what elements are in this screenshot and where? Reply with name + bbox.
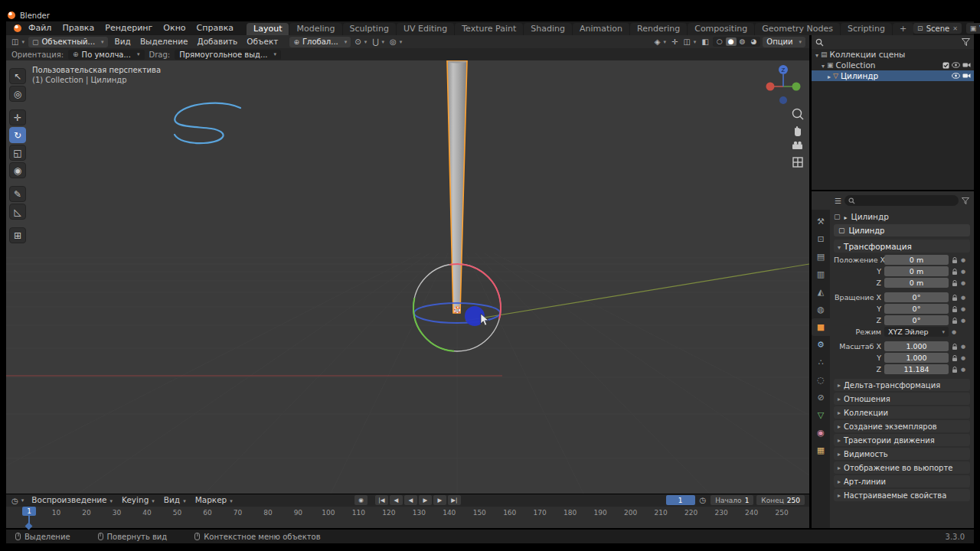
properties-tab[interactable]: ▥ bbox=[812, 266, 830, 283]
properties-tab[interactable]: ◌ bbox=[812, 371, 830, 389]
panel-section-header[interactable]: Отображение во вьюпорте bbox=[834, 461, 970, 474]
workspace-tab[interactable]: Geometry Nodes bbox=[755, 23, 840, 35]
proportional-edit-button[interactable]: ◎ bbox=[388, 37, 403, 46]
animate-dot[interactable]: ● bbox=[961, 280, 965, 286]
menu-item[interactable]: Справка bbox=[191, 21, 239, 35]
number-field[interactable]: 0° bbox=[884, 315, 949, 325]
viewport-menu-item[interactable]: Вид bbox=[110, 35, 136, 48]
viewport-menu-item[interactable]: Объект bbox=[242, 35, 283, 48]
outliner-row-collection[interactable]: ▣ Collection bbox=[812, 60, 974, 70]
shading-wireframe-button[interactable]: ○ bbox=[714, 37, 725, 46]
overlays-button[interactable]: ◫ bbox=[681, 37, 697, 46]
auto-key-button[interactable]: ◉ bbox=[354, 495, 368, 505]
shading-material-button[interactable]: ◍ bbox=[737, 37, 748, 46]
play-button[interactable]: ▶ bbox=[419, 495, 432, 505]
workspace-tab[interactable]: Shading bbox=[524, 23, 572, 35]
orientation-setting-dropdown[interactable]: ⊕ По умолча... bbox=[68, 50, 144, 60]
viewport-3d[interactable]: Z По bbox=[6, 60, 809, 494]
workspace-tab[interactable]: UV Editing bbox=[397, 23, 454, 35]
menu-item[interactable]: Правка bbox=[57, 21, 100, 35]
properties-editor-icon[interactable]: ☰ bbox=[835, 197, 841, 205]
workspace-tab[interactable]: Texture Paint bbox=[455, 23, 523, 35]
transform-panel-header[interactable]: Трансформация bbox=[834, 240, 970, 253]
properties-tab[interactable]: ▽ bbox=[812, 406, 830, 424]
menu-item[interactable]: Файл bbox=[23, 21, 57, 35]
timeline-ruler[interactable]: 1102030405060708090100110120130140150160… bbox=[6, 507, 809, 528]
tool-button[interactable]: ◎ bbox=[9, 86, 26, 102]
tool-button[interactable]: ◱ bbox=[9, 145, 26, 161]
render-camera-icon[interactable] bbox=[962, 62, 971, 68]
current-frame-field[interactable]: 1 bbox=[666, 495, 695, 505]
mode-dropdown[interactable]: ▢ Объектный... bbox=[28, 37, 108, 47]
animate-dot[interactable]: ● bbox=[961, 355, 965, 361]
number-field[interactable]: 0 m bbox=[884, 278, 949, 288]
menu-item[interactable]: Окно bbox=[158, 21, 191, 35]
scene-unlink-icon[interactable]: ✕ bbox=[952, 25, 958, 32]
tool-button[interactable]: ↖ bbox=[9, 68, 26, 84]
hide-eye-icon[interactable] bbox=[952, 73, 960, 79]
outliner-row-cylinder[interactable]: ▽ Цилиндр bbox=[812, 70, 974, 81]
number-field[interactable]: 11.184 bbox=[884, 364, 949, 374]
viewport-canvas[interactable]: Z bbox=[6, 60, 809, 494]
properties-tab[interactable]: ◉ bbox=[812, 424, 830, 442]
scene-selector[interactable]: ⊡ Scene ✕ bbox=[913, 23, 962, 34]
timeline-menu-item[interactable]: Маркер bbox=[191, 494, 237, 507]
number-field[interactable]: 1.000 bbox=[884, 341, 949, 351]
animate-dot[interactable]: ● bbox=[952, 329, 956, 335]
timeline-menu-item[interactable]: Вид bbox=[159, 494, 191, 507]
properties-tab[interactable]: ⚙ bbox=[812, 336, 830, 354]
panel-section-header[interactable]: Арт-линии bbox=[834, 475, 970, 487]
drag-setting-dropdown[interactable]: Прямоугольное выд... bbox=[175, 50, 281, 60]
menu-item[interactable]: Рендеринг bbox=[100, 21, 158, 35]
workspace-tab[interactable]: Animation bbox=[573, 23, 629, 35]
number-field[interactable]: 0° bbox=[884, 304, 949, 314]
animate-dot[interactable]: ● bbox=[961, 269, 965, 275]
tool-button[interactable]: ◺ bbox=[9, 204, 26, 220]
filter-icon[interactable] bbox=[962, 197, 969, 204]
next-keyframe-button[interactable]: ▶ bbox=[433, 495, 446, 505]
expand-caret-icon[interactable] bbox=[822, 60, 825, 70]
timeline-editor-type-button[interactable]: ◷ bbox=[10, 497, 25, 505]
filter-icon[interactable] bbox=[962, 38, 970, 46]
rotation-mode-dropdown[interactable]: XYZ Эйлер bbox=[884, 327, 949, 337]
playhead-badge[interactable]: 1 bbox=[22, 507, 36, 516]
timeline-menu-item[interactable]: Keying bbox=[117, 494, 159, 507]
workspace-tab[interactable]: Compositing bbox=[688, 23, 754, 35]
number-field[interactable]: 0 m bbox=[884, 255, 949, 265]
tool-button[interactable]: ↻ bbox=[9, 127, 26, 143]
nav-neg-z-ball[interactable] bbox=[779, 96, 787, 104]
animate-dot[interactable]: ● bbox=[961, 318, 965, 324]
panel-section-header[interactable]: Дельта-трансформация bbox=[834, 379, 970, 391]
viewport-menu-item[interactable]: Выделение bbox=[136, 35, 193, 48]
snap-magnet-button[interactable]: ⋃ bbox=[371, 37, 386, 46]
expand-caret-icon[interactable] bbox=[815, 50, 818, 59]
show-gizmo-button[interactable]: ✛ bbox=[670, 37, 679, 46]
outliner-row-scene-collection[interactable]: ▤ Коллекции сцены bbox=[812, 49, 974, 60]
collection-checkbox[interactable] bbox=[942, 62, 949, 69]
xray-toggle-button[interactable]: ◧ bbox=[700, 37, 710, 46]
properties-tab[interactable]: ▦ bbox=[812, 442, 830, 459]
tool-button[interactable]: ⊞ bbox=[9, 227, 26, 243]
number-field[interactable]: 0 m bbox=[884, 266, 949, 276]
properties-tab[interactable]: ■ bbox=[812, 318, 830, 336]
workspace-tab[interactable]: Sculpting bbox=[343, 23, 396, 35]
frame-start-field[interactable]: Начало 1 bbox=[710, 495, 753, 505]
animate-dot[interactable]: ● bbox=[961, 295, 965, 301]
tool-button[interactable]: ✎ bbox=[9, 186, 26, 202]
prev-keyframe-button[interactable]: ◀ bbox=[390, 495, 403, 505]
editor-type-button[interactable]: ◫ bbox=[10, 37, 26, 46]
lock-icon[interactable] bbox=[952, 276, 958, 290]
tool-button[interactable]: ✛ bbox=[9, 109, 26, 126]
panel-section-header[interactable]: Отношения bbox=[834, 393, 970, 405]
properties-search-field[interactable] bbox=[844, 195, 959, 206]
panel-section-header[interactable]: Траектории движения bbox=[834, 434, 970, 446]
properties-tab[interactable]: ◭ bbox=[812, 283, 830, 301]
hide-eye-icon[interactable] bbox=[952, 62, 960, 68]
jump-to-end-button[interactable]: ▶| bbox=[448, 495, 461, 505]
panel-section-header[interactable]: Коллекции bbox=[834, 406, 970, 419]
properties-tab[interactable]: ▤ bbox=[812, 248, 830, 266]
nav-x-ball[interactable] bbox=[766, 83, 775, 91]
options-button[interactable]: Опции bbox=[763, 37, 805, 47]
search-icon[interactable] bbox=[815, 38, 824, 47]
number-field[interactable]: 1.000 bbox=[884, 353, 949, 363]
